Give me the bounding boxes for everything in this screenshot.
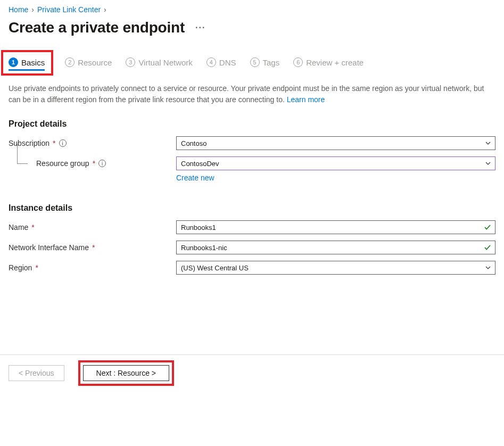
chevron-right-icon: ›: [104, 5, 106, 14]
tab-step-number: 3: [126, 57, 135, 67]
tree-connector: [11, 156, 36, 170]
required-asterisk: *: [53, 139, 55, 147]
breadcrumb-private-link-center[interactable]: Private Link Center: [37, 5, 101, 14]
tab-label: Basics: [21, 58, 45, 67]
region-label: Region *: [9, 263, 176, 272]
tab-label: Review + create: [306, 58, 363, 67]
tab-resource[interactable]: 2 Resource: [65, 57, 112, 70]
tab-virtual-network[interactable]: 3 Virtual Network: [126, 57, 192, 70]
name-label: Name *: [9, 223, 176, 232]
resource-group-label: Resource group * i: [36, 159, 176, 168]
tab-step-number: 1: [9, 57, 18, 67]
subscription-label: Subscription * i: [9, 139, 176, 147]
name-input[interactable]: [176, 220, 495, 234]
nic-name-input[interactable]: [176, 241, 495, 254]
info-icon[interactable]: i: [98, 160, 106, 167]
wizard-tabs: 1 Basics 2 Resource 3 Virtual Network 4 …: [9, 57, 495, 70]
section-instance-details: Instance details: [9, 203, 495, 213]
page-title: Create a private endpoint: [9, 19, 185, 36]
tab-step-number: 4: [206, 57, 216, 67]
tab-dns[interactable]: 4 DNS: [206, 57, 236, 70]
learn-more-link[interactable]: Learn more: [287, 95, 325, 104]
previous-button[interactable]: < Previous: [9, 365, 64, 381]
region-select[interactable]: (US) West Central US: [176, 261, 495, 275]
resource-group-select[interactable]: ContosoDev: [176, 156, 495, 170]
tab-tags[interactable]: 5 Tags: [250, 57, 280, 70]
tab-basics[interactable]: 1 Basics: [9, 57, 45, 70]
tab-step-number: 2: [65, 57, 75, 67]
more-actions-icon[interactable]: ···: [195, 23, 205, 32]
wizard-footer: < Previous Next : Resource >: [0, 354, 504, 391]
required-asterisk: *: [93, 159, 95, 168]
create-new-resource-group-link[interactable]: Create new: [176, 174, 214, 182]
tab-label: Virtual Network: [138, 58, 192, 67]
subscription-select[interactable]: Contoso: [176, 136, 495, 150]
required-asterisk: *: [35, 263, 38, 272]
required-asterisk: *: [31, 223, 34, 232]
tab-label: Tags: [263, 58, 280, 67]
breadcrumb-home[interactable]: Home: [9, 5, 28, 14]
tab-review-create[interactable]: 6 Review + create: [293, 57, 363, 70]
tab-label: Resource: [78, 58, 112, 67]
next-button[interactable]: Next : Resource >: [83, 365, 169, 381]
section-project-details: Project details: [9, 119, 495, 129]
info-icon[interactable]: i: [59, 139, 67, 147]
description-text: Use private endpoints to privately conne…: [9, 83, 495, 105]
highlight-basics-tab: 1 Basics: [1, 50, 53, 76]
nic-name-label: Network Interface Name *: [9, 243, 176, 252]
tab-label: DNS: [219, 58, 236, 67]
chevron-right-icon: ›: [31, 5, 34, 14]
tab-step-number: 6: [293, 57, 303, 67]
breadcrumb: Home › Private Link Center ›: [9, 5, 495, 14]
highlight-next-button: Next : Resource >: [78, 360, 174, 386]
required-asterisk: *: [92, 243, 95, 252]
tab-step-number: 5: [250, 57, 260, 67]
